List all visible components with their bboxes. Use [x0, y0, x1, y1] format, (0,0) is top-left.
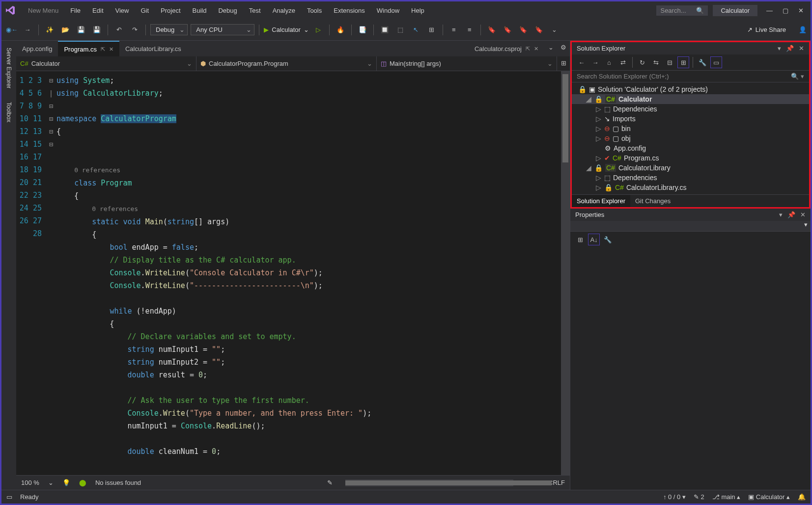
- tab-csproj[interactable]: Calculator.csproj ⇱ ✕: [469, 41, 544, 56]
- search-box[interactable]: Search... 🔍: [656, 5, 708, 16]
- collapse-icon[interactable]: ⊟: [664, 56, 675, 68]
- hot-reload-button[interactable]: 🔥: [334, 24, 347, 36]
- save-all-button[interactable]: 💾: [90, 24, 103, 36]
- pin-icon[interactable]: 📌: [786, 45, 794, 52]
- menu-window[interactable]: Window: [372, 5, 404, 16]
- tab-git-changes[interactable]: Git Changes: [630, 195, 675, 207]
- tab-program-cs[interactable]: Program.cs ⇱ ✕: [58, 41, 119, 56]
- dropdown-icon[interactable]: ▾: [778, 45, 781, 52]
- live-share-button[interactable]: Live Share: [756, 26, 786, 33]
- issues-label[interactable]: No issues found: [95, 479, 141, 486]
- close-tab-icon[interactable]: ✕: [109, 46, 113, 53]
- bookmark-clear-button[interactable]: 🔖: [532, 24, 545, 36]
- nav-project-combo[interactable]: C# Calculator ⌄: [16, 56, 196, 71]
- menu-analyze[interactable]: Analyze: [268, 5, 300, 16]
- menu-file[interactable]: File: [65, 5, 85, 16]
- start-debug-button[interactable]: ▶ Calculator ⌄: [264, 26, 309, 33]
- pin-icon[interactable]: 📌: [787, 211, 795, 218]
- show-all-icon[interactable]: ⊞: [677, 56, 689, 68]
- nav-fwd-button[interactable]: →: [21, 24, 34, 36]
- menu-new[interactable]: New Menu: [23, 5, 63, 16]
- close-button[interactable]: ✕: [798, 7, 804, 14]
- fold-column[interactable]: ⊟ | ⊟ ⊟ ⊟ ⊟: [46, 71, 56, 475]
- find-in-files-button[interactable]: 🔲: [378, 24, 391, 36]
- redo-button[interactable]: ↷: [128, 24, 141, 36]
- nav-member-combo[interactable]: ◫ Main(string[] args) ⌄: [377, 56, 557, 71]
- notifications-icon[interactable]: 🔔: [798, 493, 806, 501]
- tree-dependencies-2[interactable]: ▷ ⬚ Dependencies: [572, 173, 809, 183]
- tree-bin[interactable]: ▷ ⊖ ▢ bin: [572, 124, 809, 133]
- close-icon[interactable]: ✕: [799, 45, 804, 52]
- account-icon[interactable]: 👤: [799, 26, 807, 33]
- back-icon[interactable]: ←: [576, 56, 588, 68]
- dropdown-icon[interactable]: ▾: [779, 211, 783, 218]
- tree-calclib-cs[interactable]: ▷ 🔒 C# CalculatorLibrary.cs: [572, 183, 809, 192]
- pending-changes[interactable]: ✎ 2: [694, 493, 704, 501]
- menu-project[interactable]: Project: [156, 5, 185, 16]
- menu-help[interactable]: Help: [406, 5, 429, 16]
- tree-project-calculator[interactable]: ◢ 🔒 C# Calculator: [572, 94, 809, 104]
- tab-app-config[interactable]: App.config: [16, 41, 58, 56]
- undo-button[interactable]: ↶: [112, 24, 125, 36]
- menu-edit[interactable]: Edit: [87, 5, 108, 16]
- sync-icon[interactable]: ⇆: [650, 56, 662, 68]
- menu-git[interactable]: Git: [136, 5, 154, 16]
- open-button[interactable]: 📂: [59, 24, 72, 36]
- menu-view[interactable]: View: [111, 5, 134, 16]
- minimize-button[interactable]: ―: [766, 7, 773, 14]
- format-button[interactable]: ⊞: [425, 24, 438, 36]
- close-tab-icon[interactable]: ✕: [534, 46, 538, 52]
- tab-solution-explorer[interactable]: Solution Explorer: [572, 195, 630, 207]
- bookmark-next-button[interactable]: 🔖: [517, 24, 530, 36]
- branch-indicator[interactable]: ⎇ main ▴: [712, 493, 740, 501]
- properties-icon[interactable]: 🔧: [697, 56, 708, 68]
- nav-back-button[interactable]: ◉←: [5, 24, 18, 36]
- lightbulb-icon[interactable]: 💡: [62, 479, 70, 486]
- code-content[interactable]: using System;using CalculatorLibrary;nam…: [56, 71, 561, 475]
- output-icon[interactable]: ▭: [6, 493, 12, 501]
- tree-imports[interactable]: ▷ ↘ Imports: [572, 114, 809, 124]
- toolbox-tab[interactable]: Toolbox: [3, 100, 14, 124]
- menu-test[interactable]: Test: [244, 5, 266, 16]
- pin-icon[interactable]: ⇱: [101, 46, 105, 53]
- props-combo[interactable]: ▾: [570, 221, 811, 232]
- start-no-debug-button[interactable]: ▷: [312, 24, 325, 36]
- server-explorer-tab[interactable]: Server Explorer: [3, 46, 14, 90]
- fwd-icon[interactable]: →: [589, 56, 601, 68]
- alphabetical-icon[interactable]: A↓: [588, 234, 600, 245]
- tree-solution[interactable]: 🔒 ▣ Solution 'Calculator' (2 of 2 projec…: [572, 84, 809, 94]
- bookmark-button[interactable]: 🔖: [485, 24, 498, 36]
- split-editor-icon[interactable]: ⊞: [557, 56, 570, 69]
- se-search-box[interactable]: Search Solution Explorer (Ctrl+;) 🔍 ▾: [572, 71, 809, 82]
- tree-project-calclib[interactable]: ◢ 🔒 C# CalculatorLibrary: [572, 163, 809, 173]
- vertical-scrollbar[interactable]: [561, 71, 570, 475]
- tree-program-cs[interactable]: ▷ ✔ C# Program.cs: [572, 153, 809, 163]
- preview-icon[interactable]: ▭: [710, 56, 722, 68]
- tb-icon-1[interactable]: ⬚: [394, 24, 407, 36]
- horizontal-scrollbar[interactable]: [345, 479, 514, 486]
- overflow-icon[interactable]: ⌄: [548, 24, 561, 36]
- outdent-button[interactable]: ≡: [448, 24, 460, 36]
- categorize-icon[interactable]: ⊞: [574, 234, 586, 245]
- bookmark-prev-button[interactable]: 🔖: [501, 24, 514, 36]
- chevron-down-icon[interactable]: ⌄: [48, 479, 54, 486]
- wrench-icon[interactable]: 🔧: [602, 234, 614, 245]
- code-editor[interactable]: 1 2 3 4 5 6 7 8 9 10 11 12 13 14 15 16 1…: [16, 71, 570, 475]
- home-icon[interactable]: ⌂: [603, 56, 615, 68]
- refresh-icon[interactable]: ↻: [636, 56, 648, 68]
- menu-extensions[interactable]: Extensions: [329, 5, 370, 16]
- tree-dependencies[interactable]: ▷ ⬚ Dependencies: [572, 104, 809, 114]
- config-combo[interactable]: Debug: [150, 24, 188, 35]
- error-count[interactable]: ↑ 0 / 0 ▾: [663, 493, 686, 501]
- cursor-icon[interactable]: ↖: [410, 24, 422, 36]
- nav-class-combo[interactable]: ⬢ CalculatorProgram.Program ⌄: [196, 56, 377, 71]
- switch-views-icon[interactable]: ⇄: [617, 56, 629, 68]
- tab-settings-icon[interactable]: ⚙: [557, 41, 570, 53]
- tree-appconfig[interactable]: ⚙ App.config: [572, 143, 809, 153]
- menu-debug[interactable]: Debug: [213, 5, 242, 16]
- zoom-level[interactable]: 100 %: [21, 479, 39, 486]
- tree-obj[interactable]: ▷ ⊖ ▢ obj: [572, 133, 809, 143]
- brush-icon[interactable]: ✎: [327, 479, 333, 486]
- new-item-button[interactable]: ✨: [43, 24, 56, 36]
- tab-calculator-library[interactable]: CalculatorLibrary.cs: [119, 41, 187, 56]
